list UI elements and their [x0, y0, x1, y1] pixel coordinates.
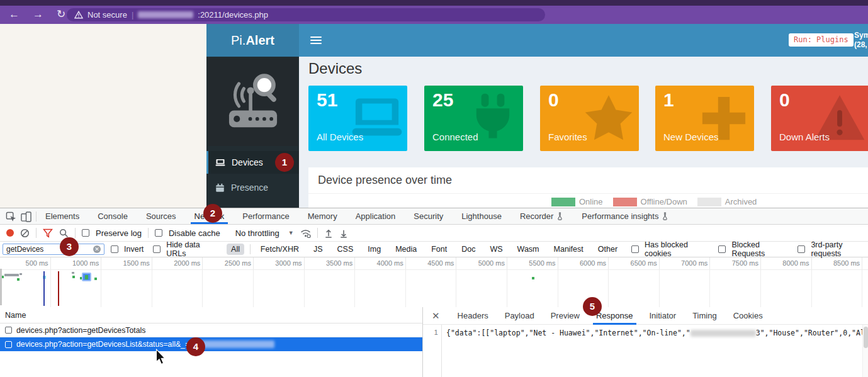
filter-input[interactable]: getDevices ✕ [3, 244, 104, 255]
tab-elements[interactable]: Elements [45, 208, 79, 224]
tab-sources[interactable]: Sources [146, 208, 176, 224]
stat-label: Connected [432, 132, 478, 142]
filter-type-ws[interactable]: WS [485, 244, 507, 255]
third-party-requests-label: 3rd-party requests [811, 240, 868, 258]
annotation-badge-2: 2 [203, 204, 222, 223]
request-row[interactable]: devices.php?action=getDevicesTotals [0, 324, 422, 337]
stat-value: 51 [317, 89, 337, 111]
stat-card-new-devices[interactable]: 1 New Devices [655, 86, 754, 151]
preserve-log-label: Preserve log [96, 228, 142, 238]
preserve-log-checkbox[interactable] [82, 229, 89, 237]
has-blocked-cookies-checkbox[interactable] [631, 245, 639, 253]
network-filter-row: getDevices ✕ Invert Hide data URLs All F… [0, 242, 868, 257]
tab-cookies[interactable]: Cookies [733, 307, 763, 325]
request-checkbox[interactable] [5, 341, 12, 348]
request-checkbox[interactable] [5, 327, 12, 334]
record-button[interactable] [6, 229, 14, 237]
chart-legend: Online Offline/Down Archived [551, 197, 757, 206]
filter-type-all[interactable]: All [227, 244, 244, 255]
disable-cache-checkbox[interactable] [155, 229, 162, 237]
app-logo[interactable]: Pi.Alert [206, 24, 299, 57]
sidebar-item-presence[interactable]: Presence [206, 176, 299, 199]
stat-card-all-devices[interactable]: 51 All Devices [308, 86, 407, 151]
blocked-requests-checkbox[interactable] [718, 245, 726, 253]
search-icon[interactable] [59, 228, 69, 238]
filter-type-media[interactable]: Media [391, 244, 421, 255]
response-body[interactable]: {"data":[["laptop","Net - Huawei","Inter… [442, 325, 862, 377]
flask-icon [556, 212, 563, 220]
router-logo-image [208, 58, 298, 146]
scrollbar[interactable] [0, 269, 2, 305]
inspect-element-icon[interactable] [6, 211, 16, 222]
filter-icon[interactable] [43, 228, 53, 238]
tab-console[interactable]: Console [98, 208, 128, 224]
filter-type-css[interactable]: CSS [333, 244, 358, 255]
request-name: devices.php?action=getDevicesList&status… [16, 340, 189, 349]
ruler-tick: 2000 ms [152, 257, 203, 269]
tab-application[interactable]: Application [356, 208, 396, 224]
ruler-tick: 500 ms [0, 257, 51, 269]
tab-headers[interactable]: Headers [458, 307, 488, 325]
domcontentloaded-marker [43, 271, 45, 306]
screenshot-root: ← → ↻ Not secure | :20211/devices.php Pi… [0, 0, 868, 377]
tab-timing[interactable]: Timing [692, 307, 717, 325]
ruler-tick: 3000 ms [254, 257, 305, 269]
line-number: 1 [434, 329, 438, 336]
throttling-select[interactable]: No throttling [235, 228, 279, 238]
security-label: Not secure [87, 10, 127, 20]
filter-type-doc[interactable]: Doc [457, 244, 480, 255]
has-blocked-cookies-label: Has blocked cookies [645, 240, 709, 258]
legend-item-online: Online [551, 197, 603, 206]
ruler-tick: 3500 ms [305, 257, 356, 269]
tab-security[interactable]: Security [414, 208, 443, 224]
tab-performance-insights[interactable]: Performance insights [582, 208, 668, 224]
back-icon[interactable]: ← [9, 8, 20, 21]
invert-checkbox[interactable] [111, 245, 118, 253]
tab-preview[interactable]: Preview [551, 307, 580, 325]
filter-type-manifest[interactable]: Manifest [550, 244, 588, 255]
clear-icon[interactable] [20, 228, 30, 238]
annotation-badge-4: 4 [186, 337, 205, 356]
network-conditions-icon[interactable] [300, 228, 311, 238]
request-list-header[interactable]: Name [0, 307, 422, 324]
legend-item-offline: Offline/Down [613, 197, 687, 206]
filter-type-fetch-xhr[interactable]: Fetch/XHR [256, 244, 303, 255]
divider [148, 228, 149, 238]
clear-filter-icon[interactable]: ✕ [93, 245, 101, 253]
request-row-selected[interactable]: devices.php?action=getDevicesList&status… [0, 337, 422, 351]
filter-type-js[interactable]: JS [309, 244, 327, 255]
stat-card-down-alerts[interactable]: 0 Down Alerts [771, 86, 868, 151]
device-toolbar-icon[interactable] [21, 211, 31, 222]
stat-card-connected[interactable]: 25 Connected [424, 86, 523, 151]
filter-type-img[interactable]: Img [363, 244, 385, 255]
filter-type-wasm[interactable]: Wasm [513, 244, 544, 255]
run-plugins-button[interactable]: Run: Plugins [789, 33, 854, 47]
filter-type-font[interactable]: Font [427, 244, 451, 255]
waterfall-bar [4, 274, 19, 276]
tab-lighthouse[interactable]: Lighthouse [461, 208, 502, 224]
tab-response[interactable]: Response [596, 307, 633, 325]
app-main-content: Devices 51 All Devices 25 Connected [299, 57, 868, 208]
reload-icon[interactable]: ↻ [57, 8, 65, 21]
export-har-icon[interactable] [339, 228, 348, 238]
request-detail-pane: ✕ Headers Payload Preview Response Initi… [423, 307, 868, 377]
tab-memory[interactable]: Memory [308, 208, 337, 224]
hamburger-menu-icon[interactable] [310, 37, 322, 46]
address-bar[interactable]: Not secure | :20211/devices.php [67, 8, 545, 21]
network-overview-waterfall[interactable] [0, 270, 868, 307]
filter-type-other[interactable]: Other [594, 244, 622, 255]
pialert-app: Pi.Alert Run: Plugins Sym (28, [206, 24, 868, 208]
scrollbar[interactable] [862, 325, 868, 377]
tab-payload[interactable]: Payload [505, 307, 534, 325]
third-party-requests-checkbox[interactable] [798, 245, 805, 253]
tab-recorder[interactable]: Recorder [520, 208, 563, 224]
tab-performance[interactable]: Performance [242, 208, 289, 224]
flask-icon [662, 212, 668, 220]
tab-initiator[interactable]: Initiator [650, 307, 677, 325]
forward-icon[interactable]: → [33, 8, 43, 21]
import-har-icon[interactable] [324, 228, 333, 238]
close-icon[interactable]: ✕ [432, 310, 440, 322]
stat-card-favorites[interactable]: 0 Favorites [540, 86, 639, 151]
hide-data-urls-checkbox[interactable] [153, 245, 161, 253]
brand-bold: Alert [245, 33, 274, 47]
